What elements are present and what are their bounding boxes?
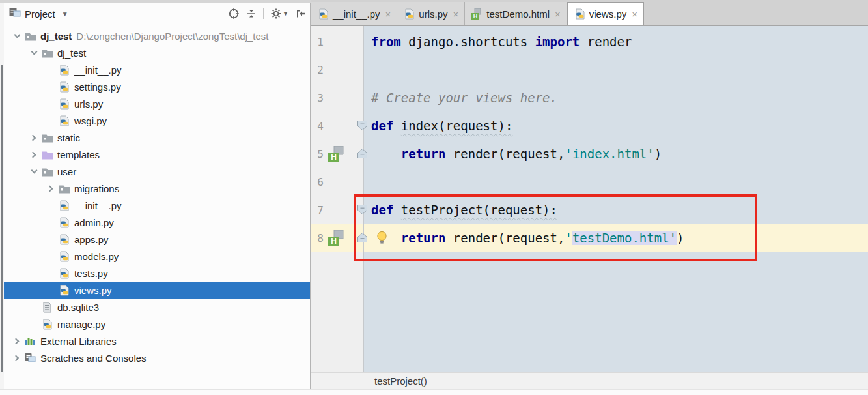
tree-item-static[interactable]: static bbox=[4, 129, 310, 146]
line-number: 1 bbox=[313, 28, 324, 56]
tree-item-db-sqlite3[interactable]: db.sqlite3 bbox=[4, 299, 310, 315]
python-icon bbox=[59, 98, 74, 110]
project-panel-header: Project ▼ ▼ bbox=[4, 3, 310, 25]
code-line-3[interactable]: 3# Create your views here. bbox=[311, 84, 868, 112]
project-panel-title: Project bbox=[25, 8, 55, 20]
tab-testdemo-html[interactable]: HtestDemo.html× bbox=[465, 2, 567, 25]
tree-indent bbox=[9, 290, 43, 291]
tree-item-wsgi-py[interactable]: wsgi.py bbox=[4, 112, 310, 129]
tree-item-views-py[interactable]: views.py bbox=[4, 282, 310, 299]
close-icon[interactable]: × bbox=[385, 9, 391, 19]
python-icon bbox=[404, 8, 415, 20]
tree-indent bbox=[9, 154, 26, 155]
code-line-4[interactable]: 4 def index(request): bbox=[311, 112, 868, 140]
tree-item-label: __init__.py bbox=[74, 200, 122, 211]
tree-chevron-collapsed[interactable] bbox=[9, 356, 25, 360]
code-line-1[interactable]: 1from django.shortcuts import render bbox=[311, 28, 868, 56]
close-icon[interactable]: × bbox=[453, 9, 459, 19]
tree-chevron-expanded[interactable] bbox=[9, 35, 25, 37]
tree-item-admin-py[interactable]: admin.py bbox=[4, 214, 310, 231]
editor-tab-bar: __init__.py× urls.py× HtestDemo.html× vi… bbox=[311, 0, 868, 26]
stripe-divider bbox=[1, 65, 3, 372]
line-number: 5 bbox=[313, 140, 324, 168]
tree-item-tests-py[interactable]: tests.py bbox=[4, 265, 310, 282]
collapse-all-button[interactable] bbox=[246, 8, 257, 19]
chevron-down-icon: ▼ bbox=[283, 10, 288, 17]
folder-templates-icon bbox=[42, 150, 57, 160]
tree-chevron-collapsed[interactable] bbox=[43, 186, 59, 191]
tree-item-path: D:\zongchen\DjangoProject\zongTest\dj_te… bbox=[76, 31, 268, 42]
close-icon[interactable]: × bbox=[555, 9, 561, 19]
tree-indent bbox=[9, 239, 43, 240]
close-icon[interactable]: × bbox=[632, 9, 637, 19]
chevron-down-icon bbox=[14, 32, 20, 38]
tree-item-models-py[interactable]: models.py bbox=[4, 248, 310, 265]
tree-item-label: __init__.py bbox=[74, 65, 122, 76]
tree-item--init-py[interactable]: __init__.py bbox=[4, 61, 310, 78]
line-number: 3 bbox=[313, 84, 324, 112]
code-line-6[interactable]: 6 bbox=[311, 168, 868, 196]
code-editor[interactable]: 1from django.shortcuts import render23# … bbox=[311, 26, 868, 372]
code-text: from django.shortcuts import render bbox=[371, 28, 632, 56]
tree-item-label: templates bbox=[57, 149, 100, 160]
toolbar-separator bbox=[263, 8, 264, 19]
fold-marker-icon[interactable] bbox=[357, 148, 368, 162]
tree-item-apps-py[interactable]: apps.py bbox=[4, 231, 310, 248]
svg-text:H: H bbox=[331, 237, 337, 246]
python-icon bbox=[59, 251, 74, 262]
ide-window: Project ▼ ▼ dj_testD:\zongchen\DjangoPro… bbox=[0, 0, 868, 395]
python-icon bbox=[42, 319, 57, 330]
chevron-right-icon bbox=[30, 134, 36, 141]
tree-item-scratches-and-consoles[interactable]: Scratches and Consoles bbox=[4, 349, 310, 366]
tree-item-user[interactable]: user bbox=[4, 163, 310, 180]
tree-indent bbox=[9, 104, 43, 104]
tree-indent bbox=[9, 188, 43, 189]
python-icon bbox=[59, 65, 74, 76]
tree-item-manage-py[interactable]: manage.py bbox=[4, 315, 310, 332]
tree-indent bbox=[9, 70, 43, 70]
file-icon bbox=[42, 302, 57, 313]
tab--init-py[interactable]: __init__.py× bbox=[311, 2, 397, 25]
tree-item-dj-test[interactable]: dj_testD:\zongchen\DjangoProject\zongTes… bbox=[4, 27, 310, 44]
code-line-5[interactable]: 5 H return render(request,'index.html') bbox=[311, 140, 868, 168]
chevron-down-icon[interactable]: ▼ bbox=[62, 10, 68, 18]
project-panel-toolbar: ▼ bbox=[228, 3, 306, 25]
locate-file-button[interactable] bbox=[228, 8, 240, 20]
hide-panel-button[interactable] bbox=[295, 8, 306, 19]
code-segment: return bbox=[401, 147, 446, 161]
tree-item-external-libraries[interactable]: External Libraries bbox=[4, 332, 310, 349]
tree-item-label: static bbox=[57, 132, 80, 143]
tab-views-py[interactable]: views.py× bbox=[567, 2, 644, 25]
code-segment bbox=[393, 119, 400, 133]
tree-chevron-collapsed[interactable] bbox=[9, 339, 25, 344]
tree-item-dj-test[interactable]: dj_test bbox=[4, 44, 310, 61]
go-to-template-icon[interactable]: H bbox=[328, 146, 345, 164]
project-tree: dj_testD:\zongchen\DjangoProject\zongTes… bbox=[4, 27, 310, 366]
tree-item-migrations[interactable]: migrations bbox=[4, 180, 310, 197]
tree-item--init-py[interactable]: __init__.py bbox=[4, 197, 310, 214]
tree-item-label: dj_test bbox=[57, 48, 86, 59]
project-tool-window: Project ▼ ▼ dj_testD:\zongchen\DjangoPro… bbox=[4, 3, 311, 395]
tree-item-urls-py[interactable]: urls.py bbox=[4, 95, 310, 112]
code-line-2[interactable]: 2 bbox=[311, 56, 868, 84]
code-text: # Create your views here. bbox=[371, 84, 557, 112]
fold-marker-icon[interactable] bbox=[357, 120, 368, 134]
tree-item-settings-py[interactable]: settings.py bbox=[4, 78, 310, 95]
code-text: def index(request): bbox=[371, 112, 512, 140]
tree-item-label: admin.py bbox=[74, 217, 114, 228]
tree-item-templates[interactable]: templates bbox=[4, 146, 310, 163]
python-icon bbox=[59, 285, 74, 296]
tree-chevron-collapsed[interactable] bbox=[26, 136, 42, 140]
go-to-template-icon[interactable]: H bbox=[328, 230, 345, 248]
settings-gear-button[interactable]: ▼ bbox=[270, 8, 288, 20]
editor-area: __init__.py× urls.py× HtestDemo.html× vi… bbox=[311, 0, 868, 395]
line-number: 8 bbox=[313, 224, 324, 252]
tab-label: __init__.py bbox=[333, 8, 380, 20]
tab-urls-py[interactable]: urls.py× bbox=[397, 2, 465, 25]
breadcrumb-item[interactable]: testProject() bbox=[374, 375, 427, 387]
folder-icon bbox=[42, 133, 57, 143]
tree-chevron-expanded[interactable] bbox=[26, 51, 42, 54]
html-icon: H bbox=[471, 8, 483, 20]
tree-chevron-expanded[interactable] bbox=[26, 170, 42, 173]
tree-chevron-collapsed[interactable] bbox=[26, 153, 42, 157]
